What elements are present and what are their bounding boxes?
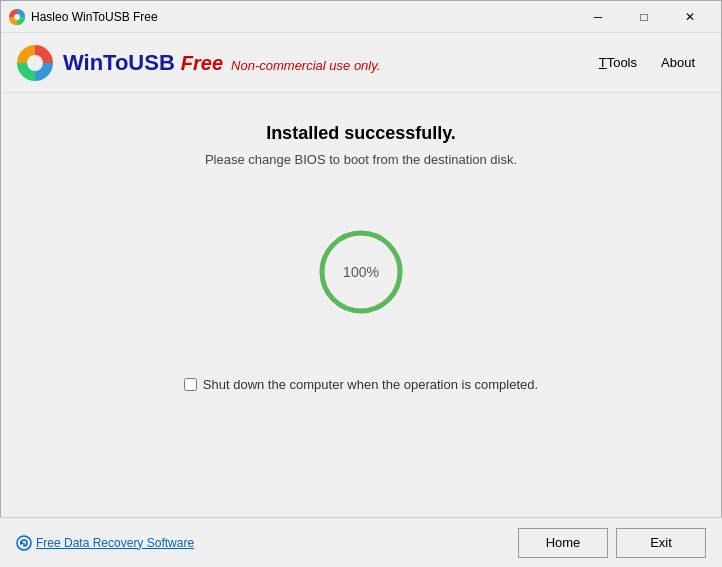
maximize-button[interactable]: □: [621, 1, 667, 33]
app-window: Hasleo WinToUSB Free ─ □ ✕ WinToUSB Free…: [0, 0, 722, 567]
close-button[interactable]: ✕: [667, 1, 713, 33]
recovery-software-link[interactable]: Free Data Recovery Software: [16, 535, 194, 551]
header-row: WinToUSB Free Non-commercial use only. T…: [1, 33, 721, 93]
minimize-button[interactable]: ─: [575, 1, 621, 33]
logo-tagline: Non-commercial use only.: [231, 58, 380, 73]
svg-point-1: [14, 14, 20, 20]
status-subtitle: Please change BIOS to boot from the dest…: [205, 152, 517, 167]
tools-menu[interactable]: TTools: [589, 51, 647, 74]
logo-free: Free: [181, 52, 223, 75]
exit-button[interactable]: Exit: [616, 528, 706, 558]
shutdown-checkbox-area: Shut down the computer when the operatio…: [184, 377, 538, 392]
title-bar: Hasleo WinToUSB Free ─ □ ✕: [1, 1, 721, 33]
footer-buttons: Home Exit: [518, 528, 706, 558]
shutdown-checkbox-label[interactable]: Shut down the computer when the operatio…: [203, 377, 538, 392]
shutdown-checkbox[interactable]: [184, 378, 197, 391]
footer: Free Data Recovery Software Home Exit: [0, 517, 722, 567]
menu-items: TTools About: [589, 51, 705, 74]
status-title: Installed successfully.: [266, 123, 456, 144]
title-bar-controls: ─ □ ✕: [575, 1, 713, 33]
logo-win: WinToUSB: [63, 50, 175, 76]
main-content: Installed successfully. Please change BI…: [1, 93, 721, 566]
about-menu[interactable]: About: [651, 51, 705, 74]
logo-text-area: WinToUSB Free Non-commercial use only.: [63, 50, 589, 76]
progress-text: 100%: [343, 264, 379, 280]
app-logo: [17, 45, 53, 81]
progress-indicator: 100%: [316, 227, 406, 317]
recovery-link-text: Free Data Recovery Software: [36, 536, 194, 550]
recovery-icon: [16, 535, 32, 551]
title-bar-text: Hasleo WinToUSB Free: [31, 10, 575, 24]
home-button[interactable]: Home: [518, 528, 608, 558]
app-icon: [9, 9, 25, 25]
